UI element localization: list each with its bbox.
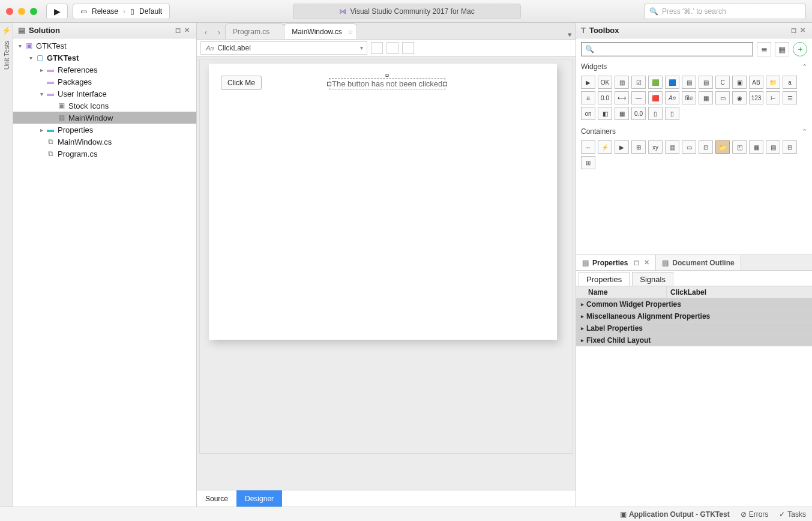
- tool-container[interactable]: ⊞: [581, 156, 595, 169]
- design-surface[interactable]: Click Me The button has not been clicked: [197, 56, 576, 490]
- nav-forward-button[interactable]: ›: [212, 25, 226, 39]
- tool-widget[interactable]: 🟦: [665, 76, 679, 89]
- tool-container[interactable]: ⊟: [783, 140, 797, 154]
- tree-solution-root[interactable]: ▾ ▣ GTKTest: [13, 40, 196, 52]
- tool-widget[interactable]: on: [581, 107, 595, 120]
- run-configuration[interactable]: ▭ Release › ▯ Default: [73, 4, 170, 19]
- tool-widget[interactable]: ⟷: [615, 91, 629, 104]
- dock-icon[interactable]: ◻: [789, 26, 798, 34]
- toolbox-list-view-button[interactable]: ≣: [757, 42, 771, 56]
- toolbox-add-button[interactable]: ＋: [793, 42, 807, 56]
- tool-widget[interactable]: ◧: [598, 107, 612, 120]
- status-app-output[interactable]: ▣ Application Output - GTKTest: [620, 510, 730, 519]
- widget-selector-dropdown[interactable]: An ClickLabel: [200, 41, 367, 55]
- tab-close-icon[interactable]: ○: [348, 28, 352, 36]
- tree-references[interactable]: ▸ ▬ References: [13, 64, 196, 76]
- tool-widget[interactable]: ⊢: [766, 91, 780, 104]
- nav-back-button[interactable]: ‹: [199, 25, 212, 39]
- tool-widget[interactable]: 0.0: [631, 107, 646, 120]
- tool-widget[interactable]: 🟩: [648, 76, 663, 89]
- tool-container[interactable]: ⊞: [631, 140, 646, 154]
- prop-value-name[interactable]: ClickLabel: [670, 288, 706, 297]
- tree-properties-folder[interactable]: ▸ ▬ Properties: [13, 124, 196, 136]
- toolbar-button-2[interactable]: [386, 42, 398, 54]
- global-search-input[interactable]: 🔍 Press '⌘.' to search: [644, 4, 806, 19]
- toolbar-button-1[interactable]: [371, 42, 383, 54]
- tool-widget[interactable]: 📁: [766, 76, 780, 89]
- tool-widget[interactable]: file: [682, 91, 696, 104]
- tool-widget[interactable]: ▶: [581, 76, 595, 89]
- unit-tests-pad-button[interactable]: Unit Tests: [3, 37, 10, 73]
- widgets-section-header[interactable]: Widgets ⌃: [581, 62, 807, 71]
- solution-tree[interactable]: ▾ ▣ GTKTest ▾ ▢ GTKTest ▸ ▬ References ▬…: [13, 38, 196, 507]
- prop-cat-label[interactable]: ▸Label Properties: [576, 322, 812, 334]
- view-designer-button[interactable]: Designer: [236, 490, 282, 507]
- dock-icon[interactable]: ◻: [173, 26, 182, 34]
- zoom-window-button[interactable]: [30, 8, 37, 15]
- tab-program[interactable]: Program.cs: [225, 23, 284, 39]
- tool-container[interactable]: ⊡: [699, 140, 713, 154]
- tree-program-cs[interactable]: ⧉ Program.cs: [13, 148, 196, 160]
- tool-container[interactable]: ▥: [665, 140, 679, 154]
- prop-cat-common[interactable]: ▸Common Widget Properties: [576, 298, 812, 310]
- tool-widget[interactable]: ☑: [631, 76, 646, 89]
- bolt-icon[interactable]: ⚡: [2, 26, 11, 35]
- close-window-button[interactable]: [6, 8, 13, 15]
- dock-icon[interactable]: ◻: [634, 259, 639, 267]
- tool-widget[interactable]: a: [783, 76, 797, 89]
- status-tasks[interactable]: ✓ Tasks: [779, 510, 806, 519]
- tool-widget[interactable]: C: [715, 76, 730, 89]
- resize-handle-top[interactable]: [386, 74, 389, 77]
- tool-widget[interactable]: AB: [749, 76, 763, 89]
- tool-widget[interactable]: ◉: [732, 91, 747, 104]
- tool-widget[interactable]: —: [631, 91, 646, 104]
- tool-widget[interactable]: ☰: [783, 91, 797, 104]
- toolbox-search-input[interactable]: 🔍: [581, 42, 753, 56]
- tree-packages[interactable]: ▬ Packages: [13, 76, 196, 88]
- tool-container[interactable]: ▦: [749, 140, 763, 154]
- tree-project[interactable]: ▾ ▢ GTKTest: [13, 52, 196, 64]
- tree-stock-icons[interactable]: ▣ Stock Icons: [13, 100, 196, 112]
- tool-widget[interactable]: a: [581, 91, 595, 104]
- tool-container[interactable]: ⚡: [598, 140, 612, 154]
- tool-container[interactable]: xy: [648, 140, 663, 154]
- designed-button[interactable]: Click Me: [221, 76, 262, 90]
- tool-widget[interactable]: An: [665, 91, 679, 104]
- tool-container[interactable]: ▭: [682, 140, 696, 154]
- subtab-properties[interactable]: Properties: [579, 272, 630, 286]
- prop-cat-misc[interactable]: ▸Miscellaneous Alignment Properties: [576, 310, 812, 322]
- pad-tab-document-outline[interactable]: ▤ Document Outline: [656, 255, 741, 270]
- tool-container[interactable]: ↔: [581, 140, 595, 154]
- tree-mainwindow-designer[interactable]: ▦ MainWindow: [13, 112, 196, 124]
- tool-widget[interactable]: ▯: [665, 107, 679, 120]
- designed-label-selected[interactable]: The button has not been clicked: [329, 78, 445, 89]
- tool-widget[interactable]: ▣: [732, 76, 747, 89]
- tool-widget[interactable]: 0.0: [598, 91, 612, 104]
- tool-widget[interactable]: ▯: [648, 107, 663, 120]
- tool-widget[interactable]: ▦: [699, 91, 713, 104]
- tool-container[interactable]: ▶: [615, 140, 629, 154]
- minimize-window-button[interactable]: [18, 8, 25, 15]
- tool-container[interactable]: ▤: [766, 140, 780, 154]
- containers-section-header[interactable]: Containers ⌃: [581, 127, 807, 136]
- toolbar-button-3[interactable]: [402, 42, 414, 54]
- view-source-button[interactable]: Source: [197, 490, 236, 507]
- run-button[interactable]: ▶: [46, 4, 68, 19]
- tree-mainwindow-cs[interactable]: ⧉ MainWindow.cs: [13, 136, 196, 148]
- tool-widget[interactable]: ▤: [699, 76, 713, 89]
- tab-mainwindow[interactable]: MainWindow.cs ○: [284, 23, 356, 39]
- tool-widget[interactable]: 🟥: [648, 91, 663, 104]
- tree-user-interface[interactable]: ▾ ▬ User Interface: [13, 88, 196, 100]
- tab-overflow-button[interactable]: ▾: [564, 30, 576, 39]
- toolbox-grid-view-button[interactable]: ▦: [775, 42, 789, 56]
- pad-tab-properties[interactable]: ▤ Properties ◻ ✕: [576, 255, 656, 270]
- close-icon[interactable]: ✕: [644, 259, 649, 267]
- tool-container[interactable]: ◰: [732, 140, 747, 154]
- tool-container-selected[interactable]: 📁: [715, 140, 730, 154]
- close-icon[interactable]: ✕: [798, 26, 807, 34]
- tool-widget[interactable]: ▭: [715, 91, 730, 104]
- close-icon[interactable]: ✕: [182, 26, 191, 34]
- tool-widget[interactable]: ▦: [615, 107, 629, 120]
- subtab-signals[interactable]: Signals: [632, 272, 673, 286]
- tool-widget[interactable]: 123: [749, 91, 763, 104]
